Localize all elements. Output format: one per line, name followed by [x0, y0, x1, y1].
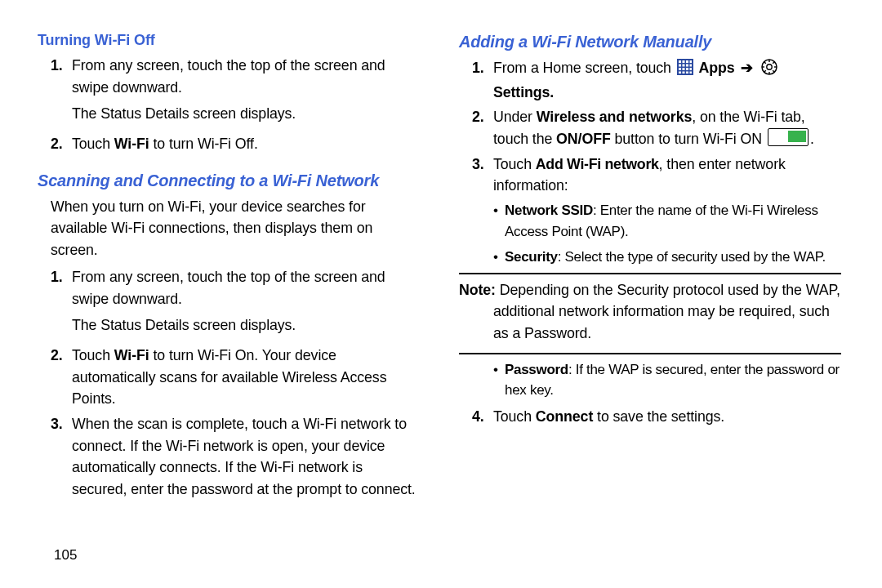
svg-rect-11	[686, 68, 688, 70]
svg-rect-3	[686, 60, 688, 63]
heading-scanning-connecting: Scanning and Connecting to a Wi-Fi Netwo…	[38, 168, 420, 193]
period: .	[550, 84, 554, 100]
note-label: Note:	[459, 282, 496, 298]
svg-rect-15	[686, 72, 688, 74]
bullet-item: Network SSID: Enter the name of the Wi-F…	[493, 200, 841, 242]
svg-rect-6	[682, 65, 684, 67]
list-item: 1. From any screen, touch the top of the…	[51, 55, 420, 130]
step-text: Touch	[72, 136, 114, 152]
step-body: Under Wireless and networks, on the Wi-F…	[493, 106, 841, 149]
list-item: 2. Touch Wi-Fi to turn Wi-Fi Off.	[51, 133, 420, 155]
bold-apps: Apps	[699, 60, 735, 76]
bold-password: Password	[505, 362, 568, 377]
intro-paragraph: When you turn on Wi-Fi, your device sear…	[51, 196, 420, 261]
bullets-network-info: Network SSID: Enter the name of the Wi-F…	[493, 200, 841, 268]
arrow-icon: ➔	[741, 60, 753, 76]
bullets-password: Password: If the WAP is secured, enter t…	[493, 359, 841, 401]
svg-rect-10	[682, 68, 684, 70]
step-text: to save the settings.	[593, 408, 724, 425]
bold-wifi: Wi-Fi	[114, 347, 149, 363]
bold-wifi: Wi-Fi	[114, 136, 149, 152]
toggle-on-icon	[768, 128, 808, 146]
step-body: From any screen, touch the top of the sc…	[72, 266, 420, 341]
list-adding-cont: 4. Touch Connect to save the settings.	[472, 406, 841, 428]
bold-security: Security	[505, 249, 558, 265]
list-turning-off: 1. From any screen, touch the top of the…	[51, 55, 420, 155]
step-number: 1.	[51, 266, 72, 341]
step-text: From any screen, touch the top of the sc…	[72, 57, 385, 96]
svg-rect-16	[689, 72, 692, 74]
step-body: Touch Connect to save the settings.	[493, 406, 841, 428]
svg-line-24	[773, 70, 774, 72]
list-item: 1. From any screen, touch the top of the…	[51, 266, 420, 341]
step-text: From a Home screen, touch	[493, 60, 675, 76]
list-item: 3. When the scan is complete, touch a Wi…	[51, 413, 420, 501]
status-details-text: The Status Details screen displays.	[72, 103, 420, 125]
bold-connect: Connect	[536, 408, 593, 425]
step-text: Touch	[493, 408, 536, 425]
step-text: When the scan is complete, touch a Wi-Fi…	[72, 416, 416, 497]
step-body: From a Home screen, touch Ap	[493, 57, 841, 103]
step-text: Touch	[72, 347, 114, 363]
svg-rect-9	[679, 68, 681, 70]
step-number: 2.	[51, 133, 72, 155]
left-column: Turning Wi-Fi Off 1. From any screen, to…	[16, 29, 441, 588]
heading-adding-manually: Adding a Wi-Fi Network Manually	[459, 29, 841, 54]
list-item: 3. Touch Add Wi-Fi network, then enter n…	[472, 154, 841, 197]
step-text: Under	[493, 109, 537, 125]
bold-network-ssid: Network SSID	[505, 203, 593, 218]
status-details-text: The Status Details screen displays.	[72, 314, 420, 336]
svg-rect-1	[679, 60, 681, 63]
svg-rect-12	[689, 68, 692, 70]
settings-gear-icon	[761, 59, 777, 82]
step-number: 3.	[51, 413, 72, 501]
note-text: Note: Depending on the Security protocol…	[459, 279, 841, 345]
step-number: 2.	[472, 106, 493, 149]
bold-wireless-networks: Wireless and networks	[537, 109, 692, 125]
svg-point-18	[767, 65, 772, 69]
heading-turning-wifi-off: Turning Wi-Fi Off	[38, 29, 420, 51]
svg-rect-8	[689, 65, 692, 67]
bullet-item: Security: Select the type of security us…	[493, 247, 841, 268]
step-number: 4.	[472, 406, 493, 428]
right-column: Adding a Wi-Fi Network Manually 1. From …	[441, 29, 866, 588]
bullet-text: : Select the type of security used by th…	[558, 249, 826, 265]
step-text: button to turn Wi-Fi ON	[611, 131, 766, 147]
step-body: Touch Wi-Fi to turn Wi-Fi On. Your devic…	[72, 345, 420, 410]
step-number: 2.	[51, 345, 72, 410]
svg-rect-7	[686, 65, 688, 67]
note-block: Note: Depending on the Security protocol…	[459, 273, 841, 354]
list-item: 2. Touch Wi-Fi to turn Wi-Fi On. Your de…	[51, 345, 420, 410]
step-text: to turn Wi-Fi Off.	[149, 136, 258, 152]
svg-rect-4	[689, 60, 692, 63]
apps-grid-icon	[677, 59, 693, 82]
bullet-item: Password: If the WAP is secured, enter t…	[493, 359, 841, 401]
note-body: Depending on the Security protocol used …	[493, 282, 840, 341]
step-number: 1.	[472, 57, 493, 103]
list-item: 4. Touch Connect to save the settings.	[472, 406, 841, 428]
step-body: Touch Wi-Fi to turn Wi-Fi Off.	[72, 133, 420, 155]
step-body: When the scan is complete, touch a Wi-Fi…	[72, 413, 420, 501]
step-number: 3.	[472, 154, 493, 197]
list-item: 1. From a Home screen, touch	[472, 57, 841, 103]
svg-rect-2	[682, 60, 684, 63]
bold-add-wifi-network: Add Wi-Fi network	[536, 156, 659, 172]
step-text: From any screen, touch the top of the sc…	[72, 269, 385, 307]
svg-line-23	[764, 62, 766, 64]
svg-line-25	[764, 70, 766, 72]
manual-page: Turning Wi-Fi Off 1. From any screen, to…	[0, 0, 882, 588]
step-text: Touch	[493, 156, 536, 172]
step-body: From any screen, touch the top of the sc…	[72, 55, 420, 130]
svg-line-26	[773, 62, 774, 64]
list-scanning: 1. From any screen, touch the top of the…	[51, 266, 420, 501]
svg-rect-13	[679, 72, 681, 74]
step-number: 1.	[51, 55, 72, 130]
period: .	[810, 131, 814, 147]
step-body: Touch Add Wi-Fi network, then enter netw…	[493, 154, 841, 197]
svg-rect-5	[679, 65, 681, 67]
bold-settings: Settings	[493, 84, 550, 100]
page-number: 105	[54, 547, 77, 564]
bold-onoff: ON/OFF	[556, 131, 611, 147]
list-adding: 1. From a Home screen, touch	[472, 57, 841, 197]
svg-rect-14	[682, 72, 684, 74]
